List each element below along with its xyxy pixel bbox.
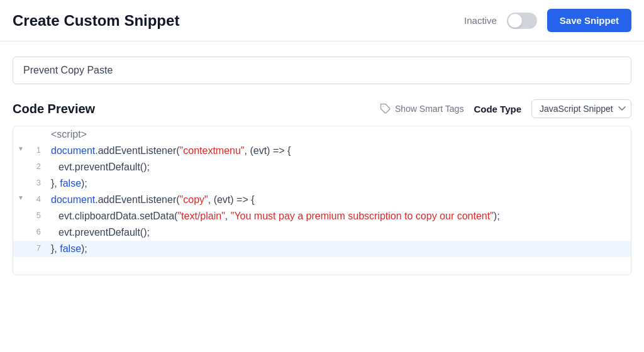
inactive-label: Inactive [464, 15, 497, 26]
toggle-knob [508, 14, 522, 28]
line-code-7: }, false); [46, 241, 631, 257]
code-type-label: Code Type [474, 104, 521, 114]
line-number-2: 2 [28, 159, 46, 173]
active-toggle[interactable] [507, 13, 537, 29]
line-number-comment [28, 126, 46, 131]
gutter-empty [13, 257, 28, 260]
code-type-select[interactable]: JavaScript Snippet HTML Snippet CSS Snip… [531, 99, 631, 118]
gutter-2 [13, 159, 28, 162]
gutter-5 [13, 208, 28, 211]
code-line-empty [13, 257, 631, 275]
code-preview-controls: Show Smart Tags Code Type JavaScript Sni… [380, 99, 631, 118]
line-code-4: document.addEventListener("copy", (evt) … [46, 192, 631, 208]
gutter-comment [13, 126, 28, 129]
gutter-6 [13, 224, 28, 227]
line-code-empty [46, 257, 631, 262]
code-line-3: 3 }, false); [13, 175, 631, 192]
line-number-empty [28, 257, 46, 262]
show-smart-tags-button[interactable]: Show Smart Tags [380, 103, 464, 114]
code-comment-line: <script> [13, 126, 631, 143]
main-content: Code Preview Show Smart Tags Code Type J… [0, 41, 644, 290]
code-line-7: 7 }, false); [13, 241, 631, 257]
save-snippet-button[interactable]: Save Snippet [547, 9, 631, 32]
line-code-1: document.addEventListener("contextmenu",… [46, 143, 631, 159]
line-code-comment: <script> [46, 126, 631, 143]
code-preview-header: Code Preview Show Smart Tags Code Type J… [13, 99, 631, 118]
code-line-4: ▼ 4 document.addEventListener("copy", (e… [13, 192, 631, 208]
code-line-1: ▼ 1 document.addEventListener("contextme… [13, 143, 631, 159]
gutter-1[interactable]: ▼ [13, 143, 28, 152]
page-header: Create Custom Snippet Inactive Save Snip… [0, 0, 644, 41]
line-code-3: }, false); [46, 175, 631, 192]
smart-tags-label: Show Smart Tags [395, 104, 464, 114]
header-actions: Inactive Save Snippet [464, 9, 631, 32]
line-code-6: evt.preventDefault(); [46, 224, 631, 241]
line-code-2: evt.preventDefault(); [46, 159, 631, 175]
fold-arrow-4: ▼ [18, 194, 24, 201]
code-editor: <script> ▼ 1 document.addEventListener("… [13, 126, 631, 275]
gutter-4[interactable]: ▼ [13, 192, 28, 201]
line-number-5: 5 [28, 208, 46, 223]
code-line-6: 6 evt.preventDefault(); [13, 224, 631, 241]
line-number-3: 3 [28, 175, 46, 190]
line-number-7: 7 [28, 241, 46, 255]
line-number-4: 4 [28, 192, 46, 206]
line-code-5: evt.clipboardData.setData("text/plain", … [46, 208, 631, 224]
code-preview-title: Code Preview [13, 102, 95, 116]
line-number-6: 6 [28, 224, 46, 239]
code-line-2: 2 evt.preventDefault(); [13, 159, 631, 175]
snippet-name-input[interactable] [13, 57, 631, 84]
gutter-3 [13, 175, 28, 178]
fold-arrow-1: ▼ [18, 145, 24, 152]
tag-icon [380, 103, 391, 114]
code-line-5: 5 evt.clipboardData.setData("text/plain"… [13, 208, 631, 224]
gutter-7 [13, 241, 28, 243]
line-number-1: 1 [28, 143, 46, 157]
page-title: Create Custom Snippet [13, 12, 179, 30]
